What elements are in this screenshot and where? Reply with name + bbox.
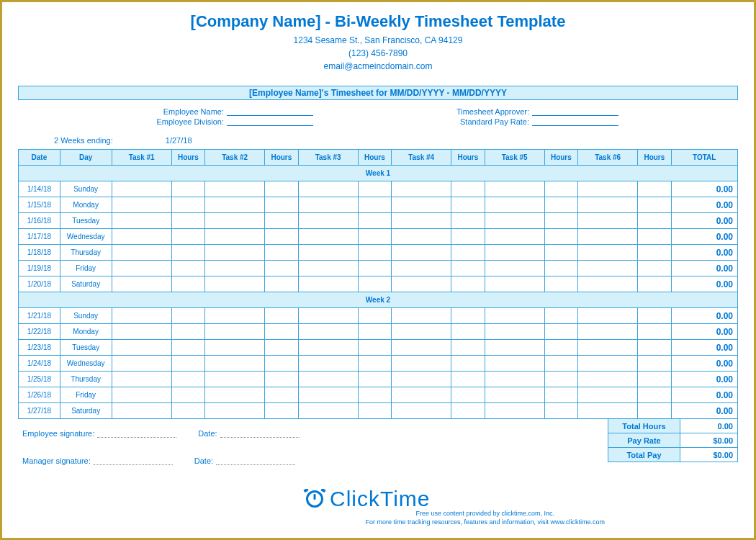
employee-name-input[interactable] [227, 107, 313, 116]
task-cell[interactable] [578, 245, 638, 261]
employee-division-input[interactable] [227, 117, 313, 126]
task-cell[interactable] [112, 356, 171, 372]
hours-cell[interactable] [451, 356, 485, 372]
hours-cell[interactable] [638, 245, 671, 261]
task-cell[interactable] [112, 308, 171, 324]
task-cell[interactable] [485, 372, 544, 387]
task-cell[interactable] [205, 356, 265, 372]
hours-cell[interactable] [358, 245, 391, 261]
hours-cell[interactable] [451, 181, 485, 197]
hours-cell[interactable] [265, 308, 298, 324]
task-cell[interactable] [205, 229, 265, 245]
task-cell[interactable] [578, 197, 638, 213]
hours-cell[interactable] [451, 372, 485, 387]
hours-cell[interactable] [171, 261, 204, 276]
hours-cell[interactable] [171, 387, 204, 403]
hours-cell[interactable] [451, 308, 485, 324]
task-cell[interactable] [578, 403, 638, 419]
task-cell[interactable] [485, 181, 544, 197]
hours-cell[interactable] [358, 213, 391, 229]
task-cell[interactable] [392, 340, 451, 356]
task-cell[interactable] [485, 197, 544, 213]
task-cell[interactable] [298, 213, 358, 229]
hours-cell[interactable] [265, 213, 298, 229]
task-cell[interactable] [392, 229, 451, 245]
hours-cell[interactable] [265, 276, 298, 292]
task-cell[interactable] [205, 213, 265, 229]
hours-cell[interactable] [358, 340, 391, 356]
hours-cell[interactable] [451, 229, 485, 245]
hours-cell[interactable] [451, 245, 485, 261]
task-cell[interactable] [485, 387, 544, 403]
task-cell[interactable] [205, 340, 265, 356]
task-cell[interactable] [392, 181, 451, 197]
employee-date-line[interactable] [220, 429, 300, 438]
hours-cell[interactable] [358, 261, 391, 276]
task-cell[interactable] [578, 276, 638, 292]
task-cell[interactable] [578, 308, 638, 324]
hours-cell[interactable] [265, 197, 298, 213]
task-cell[interactable] [112, 181, 171, 197]
hours-cell[interactable] [451, 403, 485, 419]
hours-cell[interactable] [638, 324, 671, 340]
task-cell[interactable] [485, 245, 544, 261]
task-cell[interactable] [205, 181, 265, 197]
task-cell[interactable] [485, 340, 544, 356]
task-cell[interactable] [485, 261, 544, 276]
task-cell[interactable] [578, 372, 638, 387]
hours-cell[interactable] [171, 324, 204, 340]
task-cell[interactable] [205, 308, 265, 324]
hours-cell[interactable] [358, 356, 391, 372]
task-cell[interactable] [578, 229, 638, 245]
task-cell[interactable] [485, 403, 544, 419]
task-cell[interactable] [392, 213, 451, 229]
task-cell[interactable] [578, 324, 638, 340]
task-cell[interactable] [298, 245, 358, 261]
task-cell[interactable] [578, 261, 638, 276]
hours-cell[interactable] [638, 261, 671, 276]
hours-cell[interactable] [451, 213, 485, 229]
hours-cell[interactable] [638, 387, 671, 403]
task-cell[interactable] [112, 387, 171, 403]
hours-cell[interactable] [544, 340, 577, 356]
manager-date-line[interactable] [216, 456, 295, 465]
task-cell[interactable] [298, 197, 358, 213]
employee-signature-line[interactable] [97, 429, 176, 438]
hours-cell[interactable] [451, 261, 485, 276]
task-cell[interactable] [112, 261, 171, 276]
task-cell[interactable] [298, 324, 358, 340]
hours-cell[interactable] [358, 387, 391, 403]
hours-cell[interactable] [265, 229, 298, 245]
hours-cell[interactable] [171, 372, 204, 387]
hours-cell[interactable] [265, 324, 298, 340]
hours-cell[interactable] [544, 372, 577, 387]
task-cell[interactable] [392, 324, 451, 340]
hours-cell[interactable] [544, 276, 577, 292]
task-cell[interactable] [392, 276, 451, 292]
task-cell[interactable] [298, 387, 358, 403]
hours-cell[interactable] [544, 387, 577, 403]
task-cell[interactable] [578, 387, 638, 403]
task-cell[interactable] [205, 387, 265, 403]
task-cell[interactable] [205, 276, 265, 292]
hours-cell[interactable] [638, 356, 671, 372]
hours-cell[interactable] [544, 213, 577, 229]
task-cell[interactable] [298, 276, 358, 292]
hours-cell[interactable] [544, 356, 577, 372]
task-cell[interactable] [392, 372, 451, 387]
hours-cell[interactable] [265, 356, 298, 372]
hours-cell[interactable] [171, 356, 204, 372]
hours-cell[interactable] [638, 308, 671, 324]
hours-cell[interactable] [265, 340, 298, 356]
hours-cell[interactable] [171, 340, 204, 356]
hours-cell[interactable] [544, 229, 577, 245]
task-cell[interactable] [392, 245, 451, 261]
hours-cell[interactable] [358, 324, 391, 340]
task-cell[interactable] [205, 261, 265, 276]
task-cell[interactable] [298, 181, 358, 197]
task-cell[interactable] [485, 229, 544, 245]
hours-cell[interactable] [171, 197, 204, 213]
hours-cell[interactable] [544, 261, 577, 276]
task-cell[interactable] [298, 261, 358, 276]
task-cell[interactable] [205, 197, 265, 213]
